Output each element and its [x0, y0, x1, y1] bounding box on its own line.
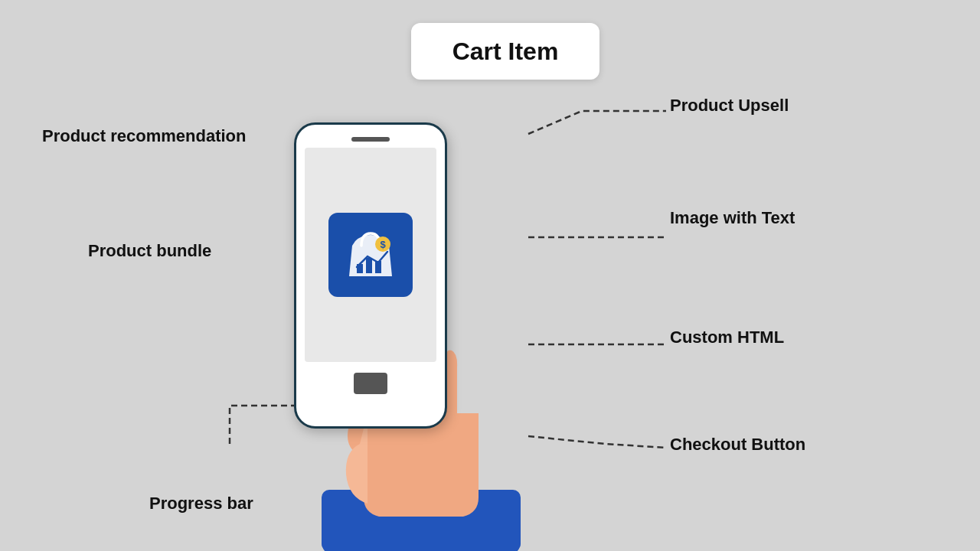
phone-body: $: [294, 122, 447, 429]
product-recommendation-label: Product recommendation: [42, 126, 246, 146]
svg-text:$: $: [380, 239, 386, 250]
app-icon-svg: $: [340, 224, 401, 285]
image-with-text-label: Image with Text: [670, 208, 795, 228]
app-icon: $: [328, 213, 413, 297]
product-upsell-label: Product Upsell: [670, 96, 789, 116]
progress-bar-label: Progress bar: [149, 494, 253, 514]
phone-home-button: [354, 373, 387, 394]
phone-speaker: [351, 137, 390, 142]
custom-html-label: Custom HTML: [670, 328, 784, 347]
product-bundle-label: Product bundle: [88, 241, 211, 261]
phone-screen: $: [305, 148, 436, 362]
cart-item-title: Cart Item: [452, 37, 559, 66]
cart-item-box: Cart Item: [411, 23, 599, 80]
checkout-button-label: Checkout Button: [670, 435, 805, 455]
svg-rect-3: [366, 258, 372, 273]
